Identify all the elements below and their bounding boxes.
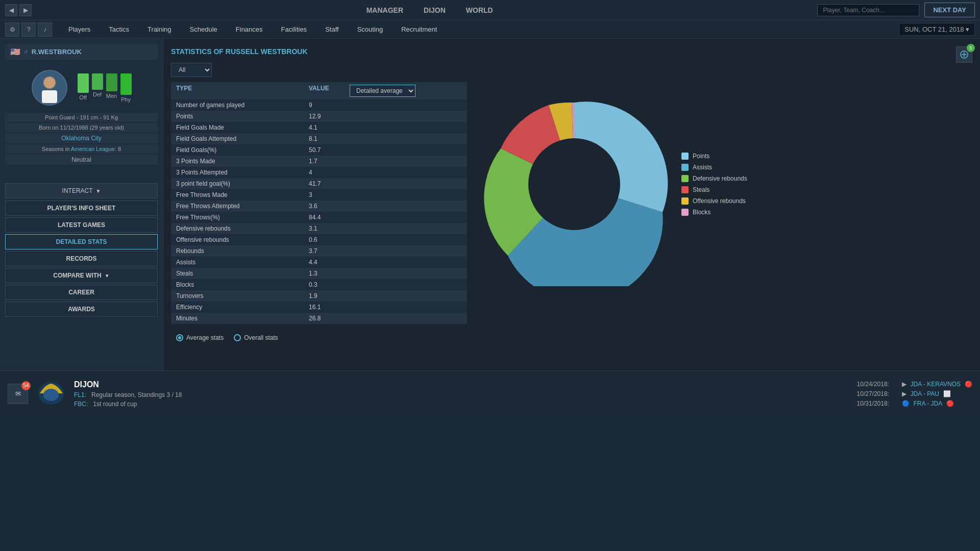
upcoming-matches: 10/24/2018: ▶ JDA - KERAVNOS 🔴 10/27/201… xyxy=(857,381,972,407)
chart-legend: PointsAssistsDefensive reboundsStealsOff… xyxy=(681,153,747,216)
svg-point-2 xyxy=(44,78,55,88)
detail-mode-select[interactable]: Detailed average xyxy=(350,85,415,97)
legend-item: Assists xyxy=(681,164,747,171)
tab-facilities[interactable]: Facilities xyxy=(272,21,316,37)
gender-icon: ♂ xyxy=(23,48,29,56)
tab-finances[interactable]: Finances xyxy=(227,21,272,37)
filter-select[interactable]: All xyxy=(171,63,212,77)
career-button[interactable]: CAREER xyxy=(5,285,158,300)
tab-tactics[interactable]: Tactics xyxy=(100,21,138,37)
legend-item: Offensive rebounds xyxy=(681,197,747,205)
forward-arrow[interactable]: ▶ xyxy=(19,4,32,16)
tab-players[interactable]: Players xyxy=(59,21,100,37)
date-display[interactable]: SUN, OCT 21, 2018 ▾ xyxy=(899,23,975,36)
fbc-info: FBC: 1st round of cup xyxy=(74,400,849,408)
table-row: Defensive rebounds3.1 xyxy=(171,223,467,234)
table-row: Free Throws Made3 xyxy=(171,189,467,201)
legend-dot xyxy=(681,175,689,182)
filter-icon-wrapper: 5 xyxy=(956,46,972,63)
fbc-label: FBC: xyxy=(74,400,88,408)
player-info-sheet-button[interactable]: PLAYER'S INFO SHEET xyxy=(5,201,158,216)
back-arrow[interactable]: ◀ xyxy=(5,4,17,16)
stat-def-label: Def xyxy=(93,91,102,97)
player-avatar-section: Off Def Men Phy xyxy=(5,65,158,111)
nav-world[interactable]: WORLD xyxy=(466,6,493,14)
col-type-header: TYPE xyxy=(176,85,309,97)
match-row-1: 10/24/2018: ▶ JDA - KERAVNOS 🔴 xyxy=(857,381,972,388)
table-row: Points12.9 xyxy=(171,111,467,122)
radio-overall[interactable]: Overall stats xyxy=(234,334,278,341)
player-info: Point Guard - 191 cm - 91 Kg Born on 11/… xyxy=(5,111,158,168)
table-row: Assists4.4 xyxy=(171,257,467,268)
records-button[interactable]: RECORDS xyxy=(5,251,158,266)
table-row: Efficiency16.1 xyxy=(171,302,467,313)
mood-badge: Neutral xyxy=(5,155,158,165)
table-row: Field Goals Made4.1 xyxy=(171,122,467,133)
chart-and-legend: PointsAssistsDefensive reboundsStealsOff… xyxy=(477,82,972,286)
table-row: Minutes26.8 xyxy=(171,313,467,324)
detailed-stats-button[interactable]: DETAILED STATS xyxy=(5,234,158,249)
chart-area: PointsAssistsDefensive reboundsStealsOff… xyxy=(477,82,972,345)
tab-training[interactable]: Training xyxy=(138,21,180,37)
main-content: 🇺🇸 ♂ R.WESTBROUK Off Def xyxy=(0,39,980,370)
stat-bars: Off Def Men Phy xyxy=(78,73,132,103)
player-position: Point Guard - 191 cm - 91 Kg xyxy=(5,113,158,122)
table-row: Steals1.3 xyxy=(171,268,467,279)
settings-icon[interactable]: ⚙ xyxy=(5,22,19,37)
team-info: DIJON FL1: Regular season, Standings 3 /… xyxy=(74,380,849,408)
latest-games-button[interactable]: LATEST GAMES xyxy=(5,217,158,233)
tab-schedule[interactable]: Schedule xyxy=(181,21,227,37)
table-row: Offensive rebounds0.6 xyxy=(171,234,467,245)
interact-button[interactable]: INTERACT ▼ xyxy=(5,183,158,198)
team-name: DIJON xyxy=(74,380,849,389)
next-day-button[interactable]: NEXT DAY xyxy=(924,3,975,17)
awards-button[interactable]: AWARDS xyxy=(5,302,158,317)
svg-rect-1 xyxy=(42,90,57,103)
table-row: 3 Points Made1.7 xyxy=(171,156,467,167)
fl1-text: Regular season, Standings 3 / 18 xyxy=(91,391,182,398)
legend-dot xyxy=(681,209,689,216)
league-info: FL1: Regular season, Standings 3 / 18 xyxy=(74,391,849,398)
legend-dot xyxy=(681,153,689,160)
stat-phy-label: Phy xyxy=(121,96,131,103)
interact-dropdown-arrow: ▼ xyxy=(96,188,101,194)
table-row: Free Throws Attempted3.6 xyxy=(171,201,467,212)
tab-staff[interactable]: Staff xyxy=(316,21,348,37)
table-row: Rebounds3.7 xyxy=(171,245,467,257)
tab-recruitment[interactable]: Recruitment xyxy=(392,21,446,37)
compare-dropdown-arrow: ▼ xyxy=(105,273,110,279)
stat-off-label: Off xyxy=(79,94,86,101)
nav-tabs: Players Tactics Training Schedule Financ… xyxy=(59,21,897,37)
table-row: Turnovers1.9 xyxy=(171,290,467,302)
stat-off: Off xyxy=(78,73,89,103)
player-name: R.WESTBROUK xyxy=(32,48,82,56)
table-row: Number of games played9 xyxy=(171,99,467,111)
table-row: Field Goals Attempted8.1 xyxy=(171,133,467,144)
bottom-bar: ✉ 54 DIJON FL1: Regular season, Standing… xyxy=(0,370,980,416)
compare-with-button[interactable]: COMPARE WITH ▼ xyxy=(5,268,158,283)
radio-average[interactable]: Average stats xyxy=(176,334,224,341)
stats-title: STATISTICS OF RUSSELL WESTBROUK xyxy=(171,47,308,56)
radio-section: Average stats Overall stats xyxy=(171,330,467,345)
radio-average-label: Average stats xyxy=(186,334,224,341)
search-input[interactable] xyxy=(817,4,919,16)
svg-point-8 xyxy=(43,389,59,401)
col-value-header: VALUE xyxy=(309,85,350,97)
right-panel: STATISTICS OF RUSSELL WESTBROUK 5 All xyxy=(163,39,980,370)
nav-manager[interactable]: MANAGER xyxy=(366,6,403,14)
stats-table: TYPE VALUE Detailed average Number of ga… xyxy=(171,82,467,345)
avatar xyxy=(32,70,67,106)
player-team: Oklahoma City xyxy=(5,133,158,143)
table-row: 3 Points Attempted4 xyxy=(171,167,467,178)
stats-controls: All xyxy=(171,63,972,77)
music-icon[interactable]: ♪ xyxy=(38,22,52,37)
legend-item: Defensive rebounds xyxy=(681,175,747,182)
nav-dijon[interactable]: DIJON xyxy=(424,6,446,14)
main-nav: MANAGER DIJON WORLD xyxy=(42,6,817,14)
help-icon[interactable]: ? xyxy=(21,22,36,37)
player-league: Seasons in American League: 8 xyxy=(5,144,158,154)
legend-dot xyxy=(681,197,689,205)
fbc-text: 1st round of cup xyxy=(93,400,137,408)
tab-scouting[interactable]: Scouting xyxy=(348,21,393,37)
filter-badge: 5 xyxy=(967,44,975,52)
